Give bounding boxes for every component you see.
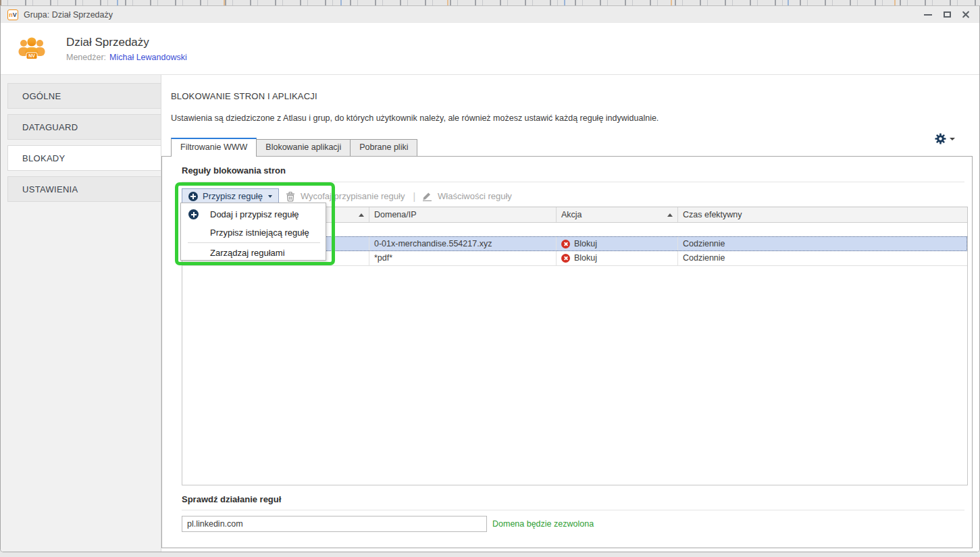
sort-asc-icon <box>667 213 673 217</box>
assign-rule-button[interactable]: Przypisz regułę <box>182 188 279 205</box>
main-content: BLOKOWANIE STRON I APLIKACJI Ustawienia … <box>161 75 979 552</box>
window-controls <box>919 7 975 23</box>
sidebar: OGÓLNE DATAGUARD BLOKADY USTAWIENIA <box>1 75 161 552</box>
chevron-down-icon <box>950 138 955 140</box>
block-icon <box>561 240 570 248</box>
rule-time-cell: Codziennie <box>678 251 967 265</box>
tab-blokowanie-aplikacji[interactable]: Blokowanie aplikacji <box>257 139 351 156</box>
sidebar-item-ustawienia[interactable]: USTAWIENIA <box>7 176 161 202</box>
group-name: Dział Sprzedaży <box>66 36 187 49</box>
settings-menu-button[interactable] <box>935 133 955 144</box>
rule-time-cell: Codziennie <box>678 236 967 251</box>
maximize-icon <box>944 11 951 18</box>
check-rules-row: Domena będzie zezwolona <box>182 516 594 532</box>
rule-domain-cell: *pdf* <box>369 251 557 265</box>
chevron-down-icon <box>268 195 272 198</box>
rule-action-cell: Blokuj <box>557 236 678 251</box>
block-icon <box>561 254 570 263</box>
page-title: BLOKOWANIE STRON I APLIKACJI <box>171 91 317 101</box>
group-header: NV Dział Sprzedaży Menedżer:Michał Lewan… <box>1 23 979 75</box>
tab-pobrane-pliki[interactable]: Pobrane pliki <box>351 139 417 156</box>
group-avatar: NV <box>18 36 46 61</box>
close-button[interactable] <box>956 7 975 23</box>
column-header-action[interactable]: Akcja <box>557 207 678 222</box>
menu-item-manage-rules[interactable]: Zarządzaj regułami <box>181 244 326 261</box>
minimize-icon <box>924 14 932 16</box>
manager-label: Menedżer: <box>66 53 106 62</box>
circle-plus-icon <box>188 192 198 201</box>
domain-test-input[interactable] <box>182 516 487 532</box>
check-rules-title: Sprawdź działanie reguł <box>182 494 281 504</box>
close-icon <box>962 10 971 19</box>
column-header-domain[interactable]: Domena/IP <box>369 207 557 222</box>
menu-separator <box>188 242 320 243</box>
manager-link[interactable]: Michał Lewandowski <box>109 53 187 62</box>
circle-plus-icon <box>188 209 199 219</box>
toolbar-separator: | <box>413 191 415 202</box>
rules-section-title: Reguły blokowania stron <box>182 165 286 176</box>
trash-icon <box>286 191 295 202</box>
svg-text:NV: NV <box>28 53 35 58</box>
minimize-button[interactable] <box>919 7 937 23</box>
withdraw-rule-button[interactable]: Wycofaj przypisanie reguły <box>286 191 405 202</box>
pencil-icon <box>422 191 432 201</box>
desktop-background-sliver <box>0 0 980 5</box>
titlebar: nV Grupa: Dział Sprzedaży <box>1 6 979 23</box>
check-result-text: Domena będzie zezwolona <box>492 519 594 529</box>
menu-item-assign-existing-rule[interactable]: Przypisz istniejącą regułę <box>181 223 326 242</box>
content-tabs: Filtrowanie WWW Blokowanie aplikacji Pob… <box>171 138 417 157</box>
sidebar-item-blokady[interactable]: BLOKADY <box>7 145 161 171</box>
gear-icon <box>935 133 946 144</box>
app-logo-icon: nV <box>7 9 18 20</box>
tab-filtrowanie-www[interactable]: Filtrowanie WWW <box>171 138 257 157</box>
divider <box>182 510 964 510</box>
window-title: Grupa: Dział Sprzedaży <box>24 10 113 20</box>
menu-item-add-and-assign-rule[interactable]: Dodaj i przypisz regułę <box>181 205 326 223</box>
sort-asc-icon <box>359 213 364 217</box>
divider <box>182 182 964 182</box>
sidebar-item-dataguard[interactable]: DATAGUARD <box>7 114 161 140</box>
page-description: Ustawienia są dziedziczone z Atlasu i gr… <box>171 113 659 123</box>
assign-rule-dropdown-menu: Dodaj i przypisz regułę Przypisz istniej… <box>180 203 326 261</box>
rule-domain-cell: 0-01x-merchandise.554217.xyz <box>369 236 557 251</box>
sidebar-item-ogolne[interactable]: OGÓLNE <box>7 83 161 109</box>
window-body: OGÓLNE DATAGUARD BLOKADY USTAWIENIA BLOK… <box>1 75 979 552</box>
rule-action-cell: Blokuj <box>557 251 678 265</box>
group-window: nV Grupa: Dział Sprzedaży NV Dział S <box>0 5 980 552</box>
rule-properties-button[interactable]: Właściwości reguły <box>422 191 512 201</box>
column-header-time[interactable]: Czas efektywny <box>678 207 967 222</box>
maximize-button[interactable] <box>937 7 956 23</box>
